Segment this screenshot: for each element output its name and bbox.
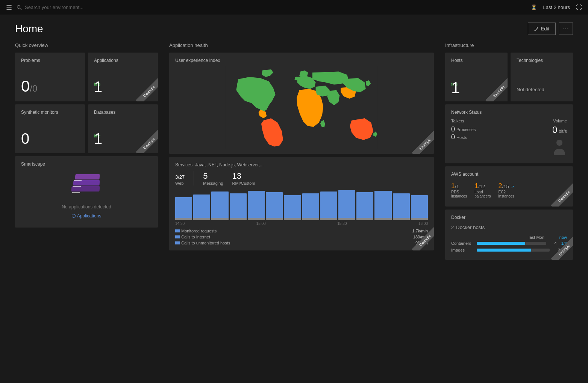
header-buttons: Edit ⋯ <box>528 23 573 35</box>
bar-group <box>338 190 355 220</box>
bar-group <box>248 190 265 220</box>
more-button[interactable]: ⋯ <box>559 23 573 35</box>
aws-rds-stat: 1/1 RDSinstances <box>451 182 467 198</box>
services-title: Services: Java, .NET, Node.js, Webserver… <box>175 162 428 167</box>
search-icon <box>17 5 22 10</box>
docker-containers-row: Containers 4 1/6 <box>451 241 567 246</box>
services-card[interactable]: Services: Java, .NET, Node.js, Webserver… <box>169 157 434 250</box>
services-divider-1 <box>194 171 194 185</box>
metric-row-1: Monitored requests 1.7k/min <box>175 229 428 233</box>
containers-bar-fill <box>477 242 525 245</box>
time-label[interactable]: Last 2 hours <box>543 5 570 10</box>
bar-bottom <box>356 218 373 220</box>
network-card[interactable]: Network Status Talkers 0 Processes 0 Hos… <box>445 104 573 163</box>
services-bar-chart <box>175 190 428 220</box>
bar-bottom <box>266 218 283 220</box>
bar-bottom <box>193 218 210 220</box>
apps-link[interactable]: Applications <box>72 213 102 219</box>
quick-overview-grid: Problems 0/0 Applications fine 1 Synthet… <box>15 53 158 153</box>
aws-card[interactable]: AWS account 1/1 RDSinstances 1/12 Loadba… <box>445 166 573 207</box>
bar-bottom <box>320 218 337 220</box>
svg-line-1 <box>20 8 21 10</box>
synthetic-monitors-card[interactable]: Synthetic monitors 0 <box>15 104 85 153</box>
smartscape-content: ▬▬▬ ▬▬▬ ▬▬▬ No applications detected App… <box>21 170 152 222</box>
network-row: Talkers 0 Processes 0 Hosts Volume 0 bit… <box>451 119 567 158</box>
bar <box>302 193 319 218</box>
metric-row-2: Calls to Internet 180/min <box>175 235 428 239</box>
problems-card[interactable]: Problems 0/0 <box>15 53 85 101</box>
bar-bottom <box>374 218 391 220</box>
infrastructure-title: Infrastructure <box>445 42 573 48</box>
bar-group <box>320 190 337 220</box>
svg-point-3 <box>556 140 562 146</box>
quick-overview-title: Quick overview <box>15 42 158 48</box>
metric-label-2: Calls to Internet <box>175 235 210 239</box>
aws-stats-row: 1/1 RDSinstances 1/12 Loadbalancers 2/15… <box>451 182 567 198</box>
infra-top-row: Hosts fine 1 Technologies Not detected <box>445 53 573 101</box>
aws-rds-label: RDSinstances <box>451 190 467 198</box>
metric-bar-icon-1 <box>175 229 180 232</box>
docker-hosts: 2 Docker hosts <box>451 222 567 231</box>
aws-ec2-value: 2/15 ↗ <box>499 182 514 190</box>
menu-icon[interactable]: ☰ <box>6 3 12 12</box>
databases-title: Databases <box>94 110 152 115</box>
services-stats-row: 3/27 Web 5 Messaging 13 RMI/Custom <box>175 171 428 185</box>
topbar: ☰ Search your environment... ⏳ Last 2 ho… <box>0 0 588 15</box>
messaging-value: 5 <box>203 171 223 181</box>
metrics-list: Monitored requests 1.7k/min Calls to Int… <box>175 229 428 245</box>
bar <box>393 193 410 218</box>
hosts-card[interactable]: Hosts fine 1 <box>445 53 508 101</box>
bar-bottom <box>338 218 355 220</box>
bar-bottom <box>393 218 410 220</box>
bar-group <box>175 190 192 220</box>
images-label: Images <box>451 248 474 252</box>
web-label: Web <box>175 181 185 185</box>
smartscape-title: Smartscape <box>21 161 152 167</box>
clock-icon: ⏳ <box>531 5 537 10</box>
bar <box>211 192 228 218</box>
bar-bottom <box>302 218 319 220</box>
aws-load-value: 1/12 <box>474 182 491 190</box>
hosts-value: 1 <box>451 79 460 97</box>
aws-load-label: Loadbalancers <box>474 190 491 198</box>
technologies-card[interactable]: Technologies Not detected <box>511 53 573 101</box>
applications-card[interactable]: Applications fine 1 <box>88 53 158 101</box>
network-left: Talkers 0 Processes 0 Hosts <box>451 119 476 158</box>
app-health-title: Application health <box>169 42 434 48</box>
talkers-label: Talkers <box>451 119 476 123</box>
ux-card[interactable]: User experience index <box>169 53 434 154</box>
synthetic-monitors-value: 0 <box>21 130 29 147</box>
quick-overview-section: Quick overview Problems 0/0 Applications… <box>15 42 158 260</box>
app-health-section: Application health User experience index <box>169 42 434 260</box>
bar <box>411 195 428 218</box>
no-apps-text: No applications detected <box>62 204 111 210</box>
metric-bar-icon-3 <box>175 241 180 244</box>
metric-value-1: 1.7k/min <box>412 229 428 233</box>
bar-group <box>211 190 228 220</box>
databases-card[interactable]: Databases fine 1 <box>88 104 158 153</box>
applications-title: Applications <box>94 58 152 63</box>
svg-point-0 <box>17 5 20 8</box>
images-last: 2 <box>553 248 560 252</box>
fullscreen-icon[interactable]: ⛶ <box>576 4 582 11</box>
bar-group <box>411 190 428 220</box>
bar <box>266 192 283 218</box>
images-bar <box>477 249 550 252</box>
search-bar[interactable]: Search your environment... <box>17 5 526 10</box>
technologies-title: Technologies <box>517 58 567 63</box>
metric-label-3: Calls to unmonitored hosts <box>175 241 230 245</box>
images-now: 2 <box>565 248 567 252</box>
edit-button[interactable]: Edit <box>528 23 556 35</box>
circle-icon <box>72 214 76 218</box>
bar-bottom <box>211 218 228 220</box>
world-map <box>175 66 428 149</box>
messaging-label: Messaging <box>203 181 223 185</box>
databases-value: 1 <box>94 130 102 147</box>
aws-ec2-stat: 2/15 ↗ EC2instances <box>499 182 514 198</box>
bar <box>175 197 192 218</box>
rmi-stat: 13 RMI/Custom <box>232 171 255 185</box>
docker-card[interactable]: Docker 2 Docker hosts last Mon now Conta… <box>445 210 573 260</box>
smartscape-card[interactable]: Smartscape ▬▬▬ ▬▬▬ ▬▬▬ No applications d… <box>15 156 158 228</box>
bar <box>374 191 391 218</box>
docker-images-row: Images 2 2 <box>451 248 567 252</box>
